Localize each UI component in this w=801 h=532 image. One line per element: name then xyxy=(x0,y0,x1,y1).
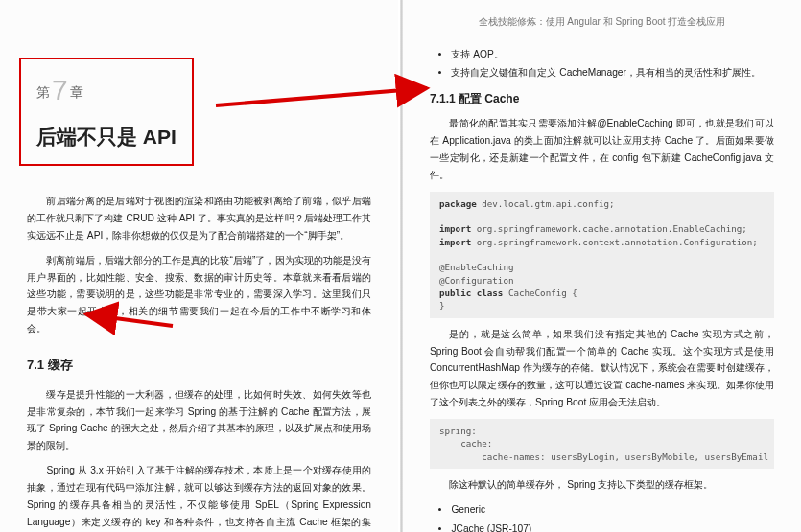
section-7-1-1: 7.1.1 配置 Cache xyxy=(430,89,774,109)
running-head: 全栈技能修炼：使用 Angular 和 Spring Boot 打造全栈应用 xyxy=(430,13,774,31)
code-block-java: package dev.local.gtm.api.config; import… xyxy=(430,192,774,318)
list-item: Generic xyxy=(451,501,774,519)
list-item: JCache (JSR-107) xyxy=(451,520,774,532)
paragraph: 除这种默认的简单缓存外， Spring 支持以下类型的缓存框架。 xyxy=(430,476,774,494)
left-page: 第7章 后端不只是 API 前后端分离的是后端对于视图的渲染和路由功能被剥离给了… xyxy=(0,0,398,532)
paragraph: 最简化的配置其实只需要添加注解@EnableCaching 即可，也就是我们可以… xyxy=(430,115,774,183)
paragraph: 是的，就是这么简单，如果我们没有指定其他的 Cache 实现方式之前，Sprin… xyxy=(430,326,774,411)
chapter-eyebrow: 第7章 xyxy=(36,65,177,116)
code-block-yaml: spring: cache: cache-names: usersByLogin… xyxy=(430,419,774,469)
eyebrow-pre: 第 xyxy=(36,84,50,100)
chapter-highlight-box: 第7章 后端不只是 API xyxy=(19,58,194,166)
list-item: 支持自定义键值和自定义 CacheManager，具有相当的灵活性和扩展性。 xyxy=(451,64,774,81)
cache-libs-list: GenericJCache (JSR-107)EhCache 2.xHazelc… xyxy=(451,501,774,532)
section-7-1: 7.1 缓存 xyxy=(27,355,371,377)
right-page: 全栈技能修炼：使用 Angular 和 Spring Boot 打造全栈应用 支… xyxy=(403,0,801,532)
paragraph: 剥离前端后，后端大部分的工作是真的比较“后端”了，因为实现的功能是没有用户界面的… xyxy=(27,252,371,337)
list-item: 支持 AOP。 xyxy=(451,46,774,63)
paragraph: 缓存是提升性能的一大利器，但缓存的处理，比如何时失效、如何失效等也是非常复杂的，… xyxy=(27,386,371,454)
page-divider xyxy=(400,0,403,532)
chapter-title: 后端不只是 API xyxy=(36,120,177,155)
paragraph: Spring 从 3.x 开始引入了基于注解的缓存技术，本质上是一个对缓存使用的… xyxy=(27,462,371,532)
chapter-number: 7 xyxy=(52,74,68,105)
feature-list-continued: 支持 AOP。 支持自定义键值和自定义 CacheManager，具有相当的灵活… xyxy=(451,46,774,82)
paragraph: 前后端分离的是后端对于视图的渲染和路由功能被剥离给了前端，似乎后端的工作就只剩下… xyxy=(27,193,371,244)
eyebrow-post: 章 xyxy=(70,84,83,100)
